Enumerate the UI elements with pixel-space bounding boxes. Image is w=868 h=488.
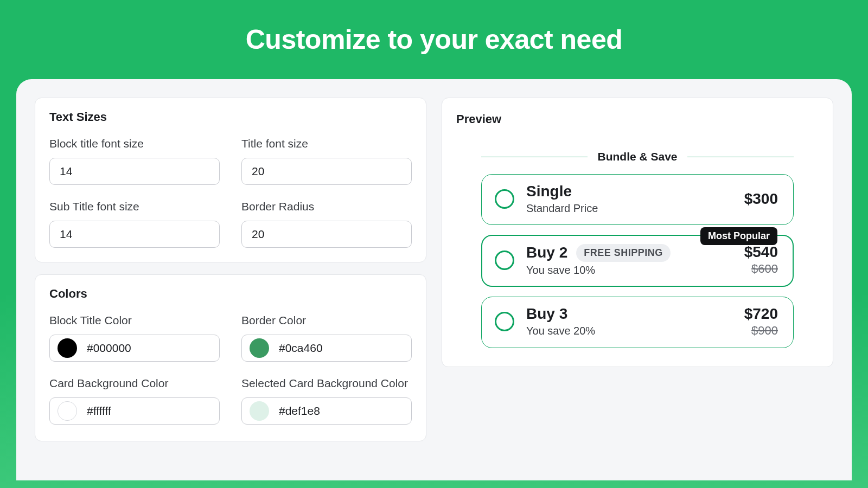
field-block-title-font-size: Block title font size [49, 137, 220, 185]
bundle-option-single[interactable]: Single Standard Price $300 [481, 174, 794, 225]
input-block-title-font-size[interactable] [49, 158, 220, 185]
divider-right [687, 157, 794, 157]
page-title: Customize to your exact need [246, 24, 623, 55]
value-selected-card-bg-color: #def1e8 [279, 404, 320, 418]
bundle-option-buy3[interactable]: Buy 3 You save 20% $720 $900 [481, 297, 794, 348]
bundle-name: Buy 2 [526, 245, 567, 261]
label-block-title-font-size: Block title font size [49, 137, 220, 150]
bundle-price: $720 [744, 306, 778, 323]
value-border-color: #0ca460 [279, 342, 323, 355]
field-border-color: Border Color #0ca460 [241, 314, 412, 362]
colors-card: Colors Block Title Color #000000 Border … [35, 274, 426, 441]
text-sizes-card: Text Sizes Block title font size Title f… [35, 98, 426, 262]
input-title-font-size[interactable] [241, 158, 412, 185]
field-block-title-color: Block Title Color #000000 [49, 314, 220, 362]
bundle-option-buy2[interactable]: Most Popular Buy 2 FREE SHIPPING You sav… [481, 235, 794, 287]
label-border-color: Border Color [241, 314, 412, 327]
bundle-name: Single [526, 183, 572, 200]
input-sub-title-font-size[interactable] [49, 221, 220, 248]
field-selected-card-bg-color: Selected Card Background Color #def1e8 [241, 377, 412, 425]
bundle-sub: Standard Price [526, 202, 732, 215]
label-card-bg-color: Card Background Color [49, 377, 220, 390]
value-card-bg-color: #ffffff [87, 404, 111, 418]
bundle-sub: You save 20% [526, 325, 732, 337]
radio-icon [495, 251, 514, 270]
settings-panel: Text Sizes Block title font size Title f… [16, 79, 852, 480]
input-border-color[interactable]: #0ca460 [241, 335, 412, 362]
label-selected-card-bg-color: Selected Card Background Color [241, 377, 412, 390]
field-border-radius: Border Radius [241, 200, 412, 248]
divider-left [481, 157, 588, 157]
input-block-title-color[interactable]: #000000 [49, 335, 220, 362]
bundle-title-row: Bundle & Save [481, 150, 794, 163]
bundle-list: Single Standard Price $300 Most Popular … [481, 174, 794, 348]
label-sub-title-font-size: Sub Title font size [49, 200, 220, 213]
label-border-radius: Border Radius [241, 200, 412, 213]
swatch-card-bg-color [58, 401, 77, 421]
swatch-block-title-color [58, 338, 77, 358]
most-popular-badge: Most Popular [700, 227, 777, 245]
bundle-price: $540 [744, 244, 778, 261]
bundle-old-price: $600 [751, 262, 778, 276]
colors-heading: Colors [49, 287, 412, 301]
swatch-selected-card-bg-color [250, 401, 269, 421]
text-sizes-heading: Text Sizes [49, 110, 412, 124]
input-selected-card-bg-color[interactable]: #def1e8 [241, 397, 412, 425]
bundle-title: Bundle & Save [597, 150, 677, 163]
bundle-sub: You save 10% [526, 264, 732, 277]
bundle-name: Buy 3 [526, 306, 567, 323]
input-card-bg-color[interactable]: #ffffff [49, 397, 220, 425]
swatch-border-color [250, 338, 269, 358]
field-card-bg-color: Card Background Color #ffffff [49, 377, 220, 425]
preview-card: Preview Bundle & Save Single Standard Pr… [442, 98, 833, 367]
bundle-old-price: $900 [751, 324, 778, 338]
radio-icon [495, 312, 514, 331]
bundle-price: $300 [744, 191, 778, 208]
input-border-radius[interactable] [241, 221, 412, 248]
field-sub-title-font-size: Sub Title font size [49, 200, 220, 248]
field-title-font-size: Title font size [241, 137, 412, 185]
value-block-title-color: #000000 [87, 342, 131, 355]
label-block-title-color: Block Title Color [49, 314, 220, 327]
label-title-font-size: Title font size [241, 137, 412, 150]
free-shipping-chip: FREE SHIPPING [576, 244, 671, 262]
preview-heading: Preview [456, 112, 819, 126]
left-column: Text Sizes Block title font size Title f… [35, 98, 426, 462]
right-column: Preview Bundle & Save Single Standard Pr… [442, 98, 833, 462]
radio-icon [495, 189, 514, 209]
